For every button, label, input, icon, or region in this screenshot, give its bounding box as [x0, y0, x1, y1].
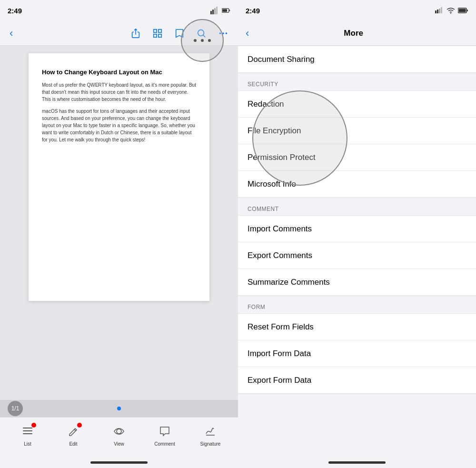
permission-protect-item[interactable]: Permission Protect — [238, 144, 476, 171]
security-menu-block: Redaction File Encryption Permission Pro… — [238, 90, 476, 198]
svg-rect-31 — [467, 10, 468, 11]
svg-rect-20 — [23, 430, 32, 431]
redaction-item[interactable]: Redaction — [238, 91, 476, 118]
grid-icon[interactable] — [152, 28, 163, 39]
microsoft-info-text: Microsoft Info — [248, 179, 296, 189]
left-time: 2:49 — [8, 7, 22, 15]
form-section-header: FORM — [238, 296, 476, 313]
export-comments-text: Export Comments — [248, 251, 312, 260]
import-comments-item[interactable]: Import Comments — [238, 216, 476, 242]
summarize-comments-text: Summarize Comments — [248, 278, 330, 287]
svg-point-16 — [194, 39, 197, 42]
nav-edit-label: Edit — [69, 441, 77, 447]
view-icon-wrap — [110, 423, 128, 440]
signature-icon-wrap — [202, 423, 219, 440]
svg-rect-10 — [159, 34, 161, 37]
right-battery-icon — [458, 8, 468, 13]
svg-rect-27 — [441, 7, 442, 13]
svg-rect-9 — [154, 34, 157, 37]
nav-signature[interactable]: Signature — [188, 423, 233, 447]
import-comments-text: Import Comments — [248, 224, 312, 234]
comment-section-label: COMMENT — [248, 206, 279, 212]
nav-signature-label: Signature — [200, 441, 221, 447]
svg-point-18 — [208, 39, 211, 42]
import-form-data-item[interactable]: Import Form Data — [238, 340, 476, 367]
svg-rect-2 — [214, 8, 216, 14]
svg-rect-25 — [437, 10, 438, 13]
home-bar-left — [90, 461, 148, 464]
comment-section-header: COMMENT — [238, 198, 476, 215]
microsoft-info-item[interactable]: Microsoft Info — [238, 171, 476, 198]
page-badge: 1/1 — [8, 401, 23, 416]
nav-list-label: List — [24, 441, 31, 447]
share-icon[interactable] — [130, 28, 141, 39]
svg-point-28 — [450, 13, 451, 14]
comment-menu-block: Import Comments Export Comments Summariz… — [238, 215, 476, 296]
right-wifi-icon — [446, 7, 455, 14]
more-title: More — [249, 29, 458, 38]
list-icon-wrap — [19, 423, 36, 440]
comment-icon-wrap — [156, 423, 173, 440]
nav-view-label: View — [114, 441, 124, 447]
file-encryption-item[interactable]: File Encryption — [238, 118, 476, 144]
security-section-label: SECURITY — [248, 81, 278, 88]
svg-rect-21 — [23, 433, 32, 434]
export-form-data-item[interactable]: Export Form Data — [238, 367, 476, 394]
more-highlight-circle — [181, 19, 224, 62]
form-menu-block: Reset Form Fields Import Form Data Expor… — [238, 313, 476, 394]
document-page: How to Change Keyboard Layout on Mac Mos… — [29, 53, 209, 301]
svg-rect-0 — [210, 11, 212, 14]
view-icon — [113, 425, 125, 438]
nav-comment-label: Comment — [154, 441, 175, 447]
svg-rect-7 — [154, 29, 157, 32]
bottom-nav: List Edit View — [0, 417, 238, 457]
nav-comment[interactable]: Comment — [142, 423, 188, 447]
back-button-left[interactable]: ‹ — [10, 27, 13, 40]
document-sharing-block: Document Sharing — [238, 46, 476, 73]
nav-list[interactable]: List — [5, 423, 50, 447]
summarize-comments-item[interactable]: Summarize Comments — [238, 269, 476, 296]
signal-icon — [210, 6, 219, 15]
home-indicator-right — [238, 457, 476, 468]
home-bar-right — [328, 461, 386, 464]
file-encryption-text: File Encryption — [248, 126, 301, 136]
doc-para-1: Most of us prefer the QWERTY keyboard la… — [42, 81, 196, 103]
document-sharing-text: Document Sharing — [248, 55, 315, 64]
reset-form-fields-item[interactable]: Reset Form Fields — [238, 314, 476, 340]
form-section-label: FORM — [248, 304, 265, 310]
svg-rect-1 — [212, 10, 214, 14]
svg-rect-26 — [439, 9, 440, 13]
nav-view[interactable]: View — [96, 423, 142, 447]
left-panel: 2:49 ‹ — [0, 0, 238, 468]
list-badge — [31, 423, 36, 428]
doc-title: How to Change Keyboard Layout on Mac — [42, 69, 196, 76]
svg-rect-30 — [459, 9, 466, 12]
right-signal-icon — [435, 7, 444, 14]
svg-rect-24 — [435, 10, 436, 13]
import-form-data-text: Import Form Data — [248, 349, 311, 358]
comment-icon — [159, 425, 171, 438]
svg-rect-8 — [159, 29, 161, 32]
right-toolbar: ‹ More — [238, 21, 476, 46]
edit-badge — [77, 423, 82, 428]
scroll-dot — [117, 407, 121, 410]
doc-para-2: macOS has the support for tons of langua… — [42, 108, 196, 143]
svg-rect-5 — [222, 9, 227, 12]
right-panel: 2:49 ‹ Mor — [238, 0, 476, 468]
nav-edit[interactable]: Edit — [50, 423, 96, 447]
document-sharing-item[interactable]: Document Sharing — [238, 46, 476, 73]
right-status-bar: 2:49 — [238, 0, 476, 21]
export-form-data-text: Export Form Data — [248, 376, 311, 385]
svg-rect-3 — [216, 7, 218, 14]
svg-point-17 — [201, 39, 204, 42]
reset-form-fields-text: Reset Form Fields — [248, 322, 314, 332]
left-status-icons — [210, 6, 230, 15]
svg-point-15 — [226, 32, 228, 34]
right-time: 2:49 — [246, 7, 260, 15]
document-content: How to Change Keyboard Layout on Mac Mos… — [0, 46, 238, 400]
right-status-icons — [435, 7, 468, 14]
ellipsis-dots — [193, 37, 212, 44]
export-comments-item[interactable]: Export Comments — [238, 242, 476, 269]
back-button-right[interactable]: ‹ — [246, 27, 249, 40]
svg-point-22 — [117, 429, 121, 434]
